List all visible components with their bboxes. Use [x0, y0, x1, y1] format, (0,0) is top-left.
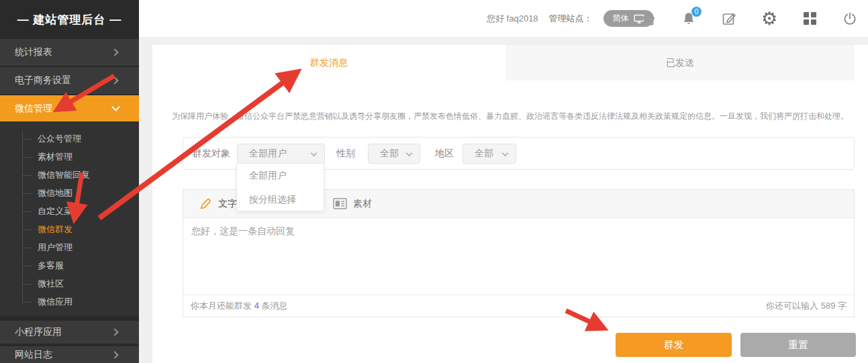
monthly-quota-text: 你本月还能群发 4 条消息 [191, 300, 287, 312]
settings-gear-icon[interactable]: ⚙ [761, 10, 778, 28]
chevron-down-icon [311, 150, 318, 157]
power-logout-icon[interactable] [841, 10, 859, 28]
editor-status-bar: 你本月还能群发 4 条消息 你还可以输入 589 字 [183, 295, 854, 317]
notifications-bell-icon[interactable]: 0 [680, 10, 697, 28]
home-icon[interactable] [640, 10, 657, 28]
region-select[interactable]: 全部 [463, 144, 516, 164]
region-label: 地区 [435, 138, 454, 169]
admin-console: — 建站管理后台 — 统计报表 电子商务设置 微信管理 公众号管理 素材管理 微… [0, 0, 868, 363]
reset-button[interactable]: 重置 [740, 333, 856, 357]
top-header: 您好 faq2018 管理站点： 简体 [139, 0, 868, 37]
sidebar-item-label: 网站日志 [15, 349, 52, 361]
submenu-item-wechat-app[interactable]: 微信应用 [0, 293, 139, 311]
gender-label: 性别 [336, 138, 355, 169]
dropdown-option-by-group[interactable]: 按分组选择 [237, 188, 324, 212]
app-title: — 建站管理后台 — [0, 0, 139, 39]
submenu-item-mass-send[interactable]: 微信群发 [0, 220, 139, 238]
tab-sent[interactable]: 已发送 [505, 45, 855, 81]
sidebar-item-label: 小程序应用 [15, 326, 62, 338]
sidebar-item-statistics[interactable]: 统计报表 [0, 39, 139, 67]
chevron-down-icon [502, 150, 509, 157]
editor-tab-label: 素材 [353, 198, 372, 210]
message-textarea[interactable]: 您好，这是一条自动回复 [183, 218, 854, 296]
target-label: 群发对象 [193, 138, 230, 169]
region-select-value: 全部 [475, 148, 493, 160]
target-select-value: 全部用户 [249, 148, 287, 160]
chevron-right-icon [111, 328, 118, 335]
submenu-item-material[interactable]: 素材管理 [0, 148, 139, 166]
submenu-item-multi-service[interactable]: 多客服 [0, 256, 139, 274]
chevron-right-icon [111, 48, 118, 56]
sidebar-item-miniprogram[interactable]: 小程序应用 [0, 321, 139, 344]
tab-label: 已发送 [666, 57, 694, 69]
target-select[interactable]: 全部用户 [237, 144, 325, 164]
gender-select-value: 全部 [380, 148, 399, 160]
material-icon [333, 198, 347, 209]
submenu-item-user-management[interactable]: 用户管理 [0, 238, 139, 256]
submenu-item-wechat-map[interactable]: 微信地图 [0, 184, 139, 202]
edit-compose-icon[interactable] [720, 10, 738, 28]
policy-notice: 为保障用户体验，微信公众平台严禁恶意营销以及诱导分享朋友圈，严禁发布色情低俗、暴… [166, 111, 855, 122]
tab-mass-message[interactable]: 群发消息 [152, 45, 505, 81]
tab-label: 群发消息 [310, 57, 348, 69]
send-button[interactable]: 群发 [616, 333, 732, 357]
submenu-item-official-account[interactable]: 公众号管理 [0, 129, 139, 148]
apps-grid-icon[interactable] [801, 10, 818, 28]
notification-badge: 0 [691, 7, 702, 17]
sidebar-item-label: 电子商务设置 [15, 74, 71, 87]
sidebar-item-label: 微信管理 [15, 103, 52, 115]
chevron-down-icon [406, 150, 413, 157]
language-label: 简体 [613, 13, 629, 24]
chevron-right-icon [111, 351, 118, 358]
editor-tab-text[interactable]: 文字 [199, 190, 237, 217]
chevron-down-icon [111, 103, 120, 111]
submenu-item-micro-community[interactable]: 微社区 [0, 274, 139, 293]
wechat-submenu: 公众号管理 素材管理 微信智能回复 微信地图 自定义菜单 微信群发 用户管理 多… [0, 121, 139, 316]
pencil-icon [199, 197, 212, 211]
gender-select[interactable]: 全部 [368, 144, 420, 164]
sidebar-item-wechat[interactable]: 微信管理 [0, 95, 139, 121]
sidebar-item-ecommerce[interactable]: 电子商务设置 [0, 67, 139, 95]
dropdown-option-all-users[interactable]: 全部用户 [237, 164, 324, 188]
editor-tab-label: 文字 [218, 198, 237, 210]
target-select-dropdown: 全部用户 按分组选择 [236, 163, 324, 211]
submenu-item-custom-menu[interactable]: 自定义菜单 [0, 202, 139, 220]
editor-tab-material[interactable]: 素材 [333, 190, 372, 217]
site-label: 管理站点： [549, 13, 593, 25]
submenu-item-smart-reply[interactable]: 微信智能回复 [0, 166, 139, 184]
remaining-chars-text: 你还可以输入 589 字 [766, 300, 847, 312]
user-greeting: 您好 faq2018 [487, 13, 538, 25]
sidebar: — 建站管理后台 — 统计报表 电子商务设置 微信管理 公众号管理 素材管理 微… [0, 0, 139, 363]
quota-count: 4 [254, 301, 259, 311]
sidebar-item-label: 统计报表 [15, 46, 52, 58]
chevron-right-icon [111, 76, 118, 84]
sidebar-item-site-log[interactable]: 网站日志 [0, 346, 139, 363]
